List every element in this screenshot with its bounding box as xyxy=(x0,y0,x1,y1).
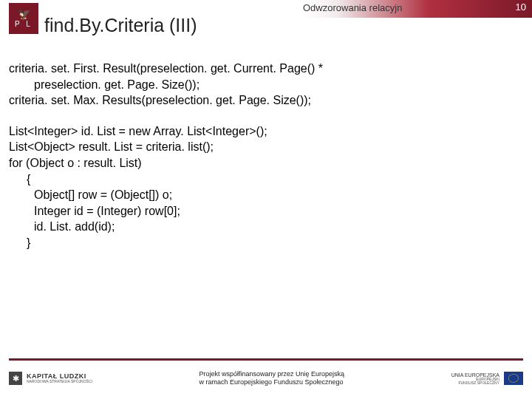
code-block: criteria. set. First. Result(preselectio… xyxy=(9,61,523,251)
code-line: } xyxy=(9,235,523,251)
slide: Odwzorowania relacyjn 10 🦅 P L find.By.C… xyxy=(0,0,532,399)
code-line: id. List. add(id); xyxy=(9,219,523,235)
header-breadcrumb: Odwzorowania relacyjn xyxy=(303,2,402,13)
code-line: Integer id = (Integer) row[0]; xyxy=(9,203,523,219)
kl-text: KAPITAŁ LUDZKI NARODOWA STRATEGIA SPÓJNO… xyxy=(27,373,92,383)
kl-subtitle: NARODOWA STRATEGIA SPÓJNOŚCI xyxy=(27,380,92,383)
ue-text: UNIA EUROPEJSKA EUROPEJSKI FUNDUSZ SPOŁE… xyxy=(451,372,499,385)
code-line: preselection. get. Page. Size()); xyxy=(9,77,523,93)
code-line: criteria. set. First. Result(preselectio… xyxy=(9,61,523,77)
footer-separator xyxy=(9,358,523,361)
ue-sub2: FUNDUSZ SPOŁECZNY xyxy=(458,381,499,385)
footer: ✱ KAPITAŁ LUDZKI NARODOWA STRATEGIA SPÓJ… xyxy=(9,362,523,395)
university-logo: 🦅 P L xyxy=(9,3,38,34)
star-icon: ✱ xyxy=(9,372,22,385)
page-number: 10 xyxy=(516,1,526,13)
slide-title: find.By.Criteria (III) xyxy=(44,15,197,36)
eu-flag-icon xyxy=(504,372,523,385)
code-line: criteria. set. Max. Results(preselection… xyxy=(9,92,523,109)
logo-initials: P L xyxy=(15,21,33,28)
footer-center-text: Projekt współfinansowany przez Unię Euro… xyxy=(199,370,344,387)
code-line: Object[] row = (Object[]) o; xyxy=(9,187,523,203)
code-line: List<Object> result. List = criteria. li… xyxy=(9,139,523,155)
eagle-icon: 🦅 xyxy=(18,9,30,19)
footer-left-logo: ✱ KAPITAŁ LUDZKI NARODOWA STRATEGIA SPÓJ… xyxy=(9,372,92,385)
code-line: { xyxy=(9,171,523,188)
footer-right-logo: UNIA EUROPEJSKA EUROPEJSKI FUNDUSZ SPOŁE… xyxy=(451,372,523,385)
code-line: for (Object o : result. List) xyxy=(9,155,523,171)
footer-center-line2: w ramach Europejskiego Funduszu Społeczn… xyxy=(199,378,344,386)
footer-center-line1: Projekt współfinansowany przez Unię Euro… xyxy=(199,370,344,378)
code-line: List<Integer> id. List = new Array. List… xyxy=(9,123,523,140)
